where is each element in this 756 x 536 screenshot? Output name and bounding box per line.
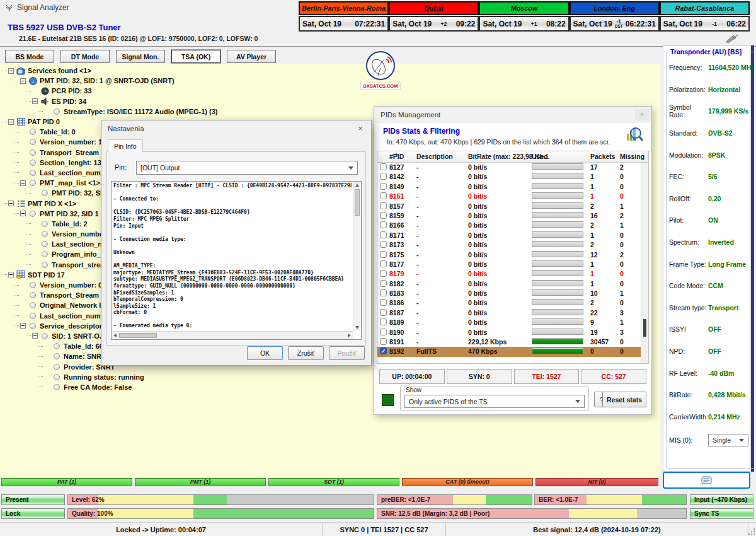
pid-checkbox[interactable]: ✓ (380, 347, 387, 354)
pid-checkbox[interactable] (380, 299, 387, 306)
pid-row[interactable]: 8127 - 0 bit/s 17 2 (377, 163, 648, 172)
pids-status-cell: UP: 00:04:00 (379, 369, 445, 384)
clock-time: 07:22:31 (355, 20, 385, 28)
mode-tab[interactable]: AV Player (227, 50, 276, 63)
pid-checkbox[interactable] (380, 251, 387, 258)
scroll-down-icon[interactable] (355, 326, 359, 329)
pid-checkbox[interactable] (380, 173, 387, 180)
tree-collapse-toggle[interactable] (8, 68, 14, 74)
scroll-up-icon[interactable] (355, 184, 359, 187)
pid-row[interactable]: 8142 - 0 bit/s 1 0 (377, 172, 648, 182)
pid-checkbox[interactable] (380, 192, 387, 199)
transponder-row: Standard: DVB-S2 (669, 122, 755, 144)
resize-grip[interactable] (748, 523, 756, 536)
show-filter-select[interactable]: Only active PIDS of the TS (404, 395, 585, 408)
ok-button[interactable]: OK (247, 346, 283, 360)
reset-stats-button[interactable]: Reset stats (602, 392, 646, 407)
pin-select[interactable]: [OUT] Output (136, 161, 358, 175)
pid-row[interactable]: 8189 - 0 bit/s 9 1 (377, 318, 648, 327)
tree-node[interactable]: Running status: running (3, 372, 218, 382)
mode-tabs: BS Mode DT Mode Signal Mon. TSA (OK) AV … (5, 50, 276, 63)
tree-collapse-toggle[interactable] (20, 211, 26, 216)
pid-checkbox[interactable] (380, 231, 387, 238)
close-icon[interactable]: × (635, 109, 649, 120)
mode-tab[interactable]: DT Mode (60, 50, 110, 63)
pid-checkbox[interactable] (380, 329, 387, 335)
pid-checkbox[interactable] (380, 221, 387, 228)
pid-checkbox[interactable] (380, 270, 387, 277)
used-bar (532, 329, 583, 335)
pid-checkbox[interactable] (380, 183, 387, 190)
mode-tab[interactable]: TSA (OK) (171, 50, 220, 63)
apply-button[interactable]: Použiť (329, 346, 365, 360)
scroll-thumb[interactable] (355, 189, 360, 216)
tree-collapse-toggle[interactable] (20, 323, 26, 329)
pid-row[interactable]: 8191 - 229,12 Kbps 30457 0 (377, 337, 648, 347)
tree-node[interactable]: Services found <1> (3, 66, 218, 76)
tab-pin-info[interactable]: Pin Info (108, 139, 143, 152)
tree-collapse-toggle[interactable] (32, 98, 38, 104)
pid-row[interactable]: 8179 - 0 bit/s 1 0 (377, 269, 648, 279)
world-clocks: Berlin-Paris-Vienna-Roma Sat, Oct 19 07:… (299, 1, 750, 33)
pid-checkbox[interactable] (380, 241, 387, 248)
tree-collapse-toggle[interactable] (32, 333, 38, 339)
pid-row[interactable]: 8182 - 0 bit/s 1 0 (377, 279, 648, 289)
tree-node[interactable]: PCR PID: 33 (3, 86, 218, 96)
tree-collapse-toggle[interactable] (8, 119, 14, 125)
pid-row[interactable]: 8177 - 0 bit/s 1 0 (377, 260, 648, 269)
tree-node-label: PMT PID: 32, SID: 1 @ SNRT-OJD (SNRT) (40, 77, 175, 84)
tree-node[interactable]: Free CA Mode: False (3, 382, 218, 392)
pid-row[interactable]: 8151 - 0 bit/s 1 0 (377, 192, 648, 201)
pid-checkbox[interactable] (380, 309, 387, 316)
pid-checkbox[interactable] (380, 280, 387, 287)
horizontal-scrollbar[interactable] (112, 331, 353, 339)
tree-collapse-toggle[interactable] (20, 180, 26, 186)
vertical-scrollbar[interactable] (353, 182, 361, 331)
pid-checkbox[interactable] (380, 318, 387, 325)
tree-node[interactable]: ES PID: 34 (3, 96, 218, 107)
pid-row[interactable]: 8171 - 0 bit/s 1 0 (377, 231, 648, 240)
chevron-down-icon (348, 166, 353, 170)
tree-connector (26, 264, 31, 265)
pid-row[interactable]: 8173 - 0 bit/s 2 0 (377, 240, 648, 250)
pid-checkbox[interactable] (380, 163, 387, 170)
mis-select[interactable]: Single (708, 434, 748, 446)
tree-node[interactable]: ♪ PMT PID: 32, SID: 1 @ SNRT-OJD (SNRT) (3, 76, 218, 86)
tree-collapse-toggle[interactable] (20, 78, 26, 84)
pid-checkbox[interactable] (380, 338, 387, 345)
pid-checkbox[interactable] (380, 260, 387, 267)
pid-checkbox[interactable] (380, 202, 387, 209)
tree-collapse-toggle[interactable] (8, 272, 14, 277)
pid-row[interactable]: 8187 - 0 bit/s 22 3 (377, 308, 648, 318)
pid-row[interactable]: 8166 - 0 bit/s 2 1 (377, 221, 648, 230)
pid-row[interactable]: 8183 - 0 bit/s 10 1 (377, 289, 648, 298)
tree-connector (3, 71, 7, 71)
mode-tab[interactable]: Signal Mon. (116, 50, 165, 63)
close-icon[interactable]: × (351, 122, 370, 136)
scroll-right-icon[interactable] (348, 334, 351, 337)
scroll-left-icon[interactable] (113, 334, 117, 337)
tree-node[interactable]: StreamType: ISO/IEC 11172 Audio (MPEG-1)… (3, 107, 218, 117)
pid-checkbox[interactable] (380, 212, 387, 219)
scroll-thumb[interactable] (119, 333, 157, 338)
tree-collapse-toggle[interactable] (8, 201, 14, 206)
pid-checkbox[interactable] (380, 289, 387, 296)
mode-tab[interactable]: BS Mode (5, 50, 54, 63)
pid-row[interactable]: 8190 - 0 bit/s 19 3 (377, 328, 648, 337)
scroll-thumb[interactable] (643, 319, 646, 337)
pid-row[interactable]: 8159 - 0 bit/s 16 2 (377, 211, 648, 221)
record-panel[interactable] (663, 472, 750, 489)
transponder-row: Frequency: 11604,520 MHz (669, 57, 755, 79)
pid-row[interactable]: 8175 - 0 bit/s 12 2 (377, 250, 648, 260)
pid-row[interactable]: 8149 - 0 bit/s 1 0 (377, 182, 648, 192)
cancel-button[interactable]: Zrušiť (288, 346, 324, 360)
clock-date: Sat, Oct 19 (483, 20, 522, 28)
tree-connector (14, 213, 19, 214)
pid-row[interactable]: 8157 - 0 bit/s 2 1 (377, 202, 648, 211)
pids-scrollbar[interactable] (641, 163, 648, 363)
pid-row[interactable]: 8186 - 0 bit/s 2 0 (377, 298, 648, 308)
tree-node-label: Running status: running (64, 373, 144, 381)
dot-icon (28, 322, 37, 330)
tree-node-label: Table_Id: 2 (52, 220, 88, 228)
pid-row[interactable]: ✓ 8192 FullTS 470 Kbps 0 0 (377, 347, 648, 356)
